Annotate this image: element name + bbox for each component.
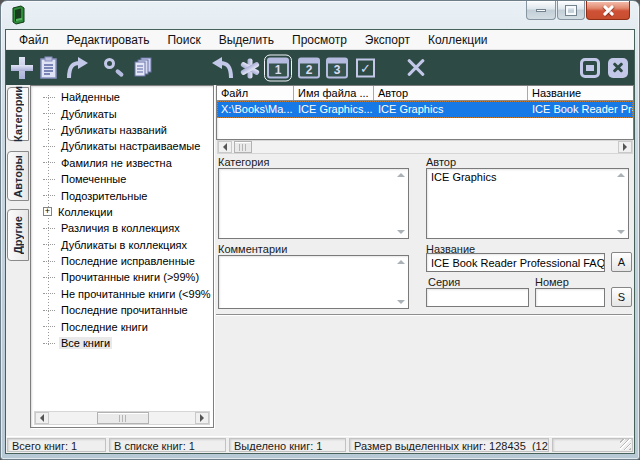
tab-others[interactable]: Другие xyxy=(7,209,29,261)
tree-item[interactable]: Последние прочитанные xyxy=(43,302,212,318)
copy-pages-icon xyxy=(130,56,154,80)
category-field[interactable] xyxy=(218,168,409,239)
category-tree-panel: Найденные Дубликаты Дубликаты названий Д… xyxy=(30,85,214,428)
view-mode-3-button[interactable]: 3 xyxy=(326,57,348,78)
tree-item[interactable]: Прочитанные книги (>99%) xyxy=(43,269,212,285)
tree-item[interactable]: Различия в коллекциях xyxy=(43,220,212,236)
title-field[interactable]: ICE Book Reader Professional FAQ F xyxy=(426,253,605,272)
view-3-icon: 3 xyxy=(326,57,348,78)
paste-button[interactable] xyxy=(38,56,60,80)
tree-item-all-books[interactable]: Все книги xyxy=(43,335,212,351)
caption-buttons xyxy=(525,1,630,20)
tree-item[interactable]: Последние книги xyxy=(43,318,212,334)
scroll-up-marker[interactable] xyxy=(617,173,625,177)
maximize-button[interactable] xyxy=(557,1,585,20)
tree-item[interactable]: Дубликаты названий xyxy=(43,122,212,138)
tree-item[interactable]: Фамилия не известна xyxy=(43,155,212,171)
tree-item[interactable]: Дубликаты xyxy=(43,105,212,121)
tree-item[interactable]: Последние исправленные xyxy=(43,253,212,269)
tree-item[interactable]: Дубликаты в коллекциях xyxy=(43,237,212,253)
tree-item-label: Помеченные xyxy=(59,173,128,185)
author-label: Автор xyxy=(426,156,456,168)
tree-item-label: Последние книги xyxy=(59,321,150,333)
tree-item-label: Последние прочитанные xyxy=(59,304,190,316)
menu-edit[interactable]: Редактировать xyxy=(58,31,159,49)
resize-grip[interactable] xyxy=(620,439,631,450)
cell-author: ICE Graphics xyxy=(374,101,528,118)
tree-item-label: Все книги xyxy=(59,337,112,349)
tree-item[interactable]: Подозрительные xyxy=(43,187,212,203)
series-field[interactable] xyxy=(426,288,529,307)
tree-item-collections[interactable]: + Коллекции xyxy=(43,204,212,220)
view-mode-1-button[interactable]: 1 xyxy=(267,57,289,78)
table-scroll-thumb[interactable] xyxy=(234,141,252,153)
back-button[interactable] xyxy=(211,56,235,80)
author-tools-button[interactable]: A xyxy=(611,252,632,272)
tab-categories-label: Категории xyxy=(12,86,24,142)
app-window: Файл Редактировать Поиск Выделить Просмо… xyxy=(0,0,640,460)
tree-item[interactable]: Дубликаты настраиваемые xyxy=(43,138,212,154)
tree-scroll-thumb[interactable] xyxy=(97,412,149,424)
tree-item-label: Различия в коллекциях xyxy=(59,222,182,234)
column-author[interactable]: Автор xyxy=(374,86,528,100)
view-2-icon: 2 xyxy=(298,57,320,78)
column-filename[interactable]: Имя файла ... xyxy=(294,86,374,100)
scroll-right-arrow[interactable] xyxy=(618,141,632,153)
comments-field[interactable] xyxy=(218,255,409,309)
tree-item-label: Дубликаты настраиваемые xyxy=(59,140,202,152)
menu-search[interactable]: Поиск xyxy=(158,31,209,49)
tray-icon xyxy=(580,58,600,78)
menu-file[interactable]: Файл xyxy=(10,31,58,49)
check-selection-button[interactable]: ✓ xyxy=(356,58,375,77)
menu-select[interactable]: Выделить xyxy=(210,31,283,49)
menu-export[interactable]: Экспорт xyxy=(356,31,419,49)
tree-horizontal-scrollbar[interactable] xyxy=(34,411,210,425)
tree-item[interactable]: Не прочитанные книги (<99% xyxy=(43,286,212,302)
column-file[interactable]: Файл xyxy=(217,86,294,100)
close-library-button[interactable] xyxy=(608,58,628,78)
tab-categories[interactable]: Категории xyxy=(7,87,29,141)
author-field[interactable]: ICE Graphics xyxy=(426,168,629,239)
redo-button[interactable] xyxy=(65,56,89,80)
menu-view[interactable]: Просмотр xyxy=(283,31,356,49)
redo-arrow-icon xyxy=(65,56,89,80)
scroll-down-marker[interactable] xyxy=(617,230,625,234)
toolbar: 1 2 3 ✓ xyxy=(6,50,634,85)
scroll-left-arrow[interactable] xyxy=(218,141,232,153)
scroll-left-arrow[interactable] xyxy=(35,412,49,424)
close-button[interactable] xyxy=(586,1,630,20)
minimize-to-tray-button[interactable] xyxy=(580,58,600,78)
scroll-up-marker[interactable] xyxy=(397,260,405,264)
tab-others-label: Другие xyxy=(12,216,24,254)
tree-item-label: Дубликаты названий xyxy=(59,124,169,136)
cell-filename: ICE Graphics... xyxy=(294,101,374,118)
scroll-down-marker[interactable] xyxy=(397,230,405,234)
tree-item-label: Подозрительные xyxy=(59,190,149,202)
delete-button[interactable] xyxy=(404,56,428,80)
tree-item[interactable]: Найденные xyxy=(43,89,212,105)
table-row-selected[interactable]: X:\Books\Ma... ICE Graphics... ICE Graph… xyxy=(217,101,633,118)
view-mode-2-button[interactable]: 2 xyxy=(298,57,320,78)
table-horizontal-scrollbar[interactable] xyxy=(217,140,633,154)
series-tools-button[interactable]: S xyxy=(611,287,632,307)
search-button[interactable] xyxy=(102,57,124,79)
add-button[interactable] xyxy=(11,57,33,79)
tree-item[interactable]: Помеченные xyxy=(43,171,212,187)
minimize-button[interactable] xyxy=(526,1,556,20)
scroll-down-marker[interactable] xyxy=(397,300,405,304)
copy-pages-button[interactable] xyxy=(130,56,154,80)
column-title[interactable]: Название xyxy=(528,86,634,100)
expander-plus-icon[interactable]: + xyxy=(43,207,52,216)
status-bar: Всего книг: 1 В списке книг: 1 Выделено … xyxy=(6,436,634,453)
title-bar[interactable] xyxy=(1,1,639,29)
scroll-right-arrow[interactable] xyxy=(195,412,209,424)
form-divider xyxy=(216,314,632,316)
tab-authors[interactable]: Авторы xyxy=(7,151,29,201)
tree-item-label: Найденные xyxy=(59,91,122,103)
menu-collections[interactable]: Коллекции xyxy=(419,31,497,49)
back-arrow-icon xyxy=(211,56,235,80)
asterisk-button[interactable] xyxy=(240,58,260,78)
number-field[interactable] xyxy=(535,288,605,307)
view-1-icon: 1 xyxy=(267,57,289,78)
scroll-up-marker[interactable] xyxy=(397,173,405,177)
